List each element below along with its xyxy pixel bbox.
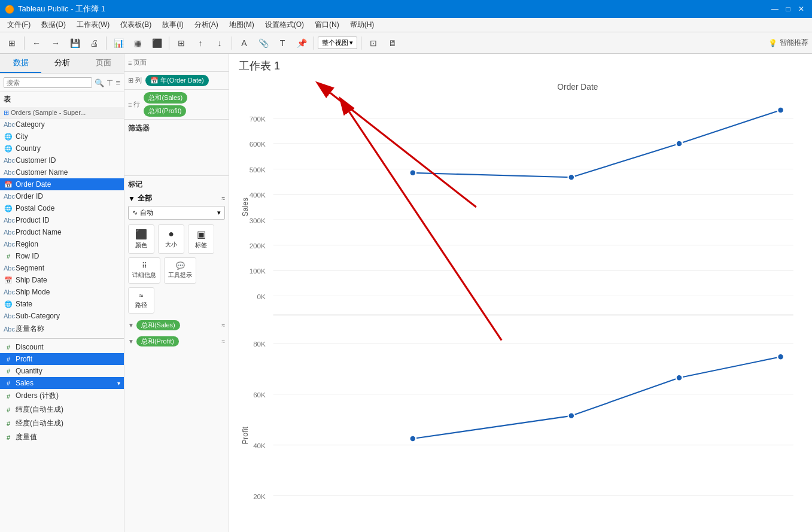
field-city[interactable]: 🌐 City [0,130,124,142]
svg-text:200K: 200K [250,242,266,250]
toolbar-back[interactable]: ← [28,35,45,51]
menu-worksheet[interactable]: 工作表(W) [72,19,114,31]
profit-point-2016 [410,436,416,442]
field-rowid[interactable]: # Row ID [0,250,124,262]
svg-line-18 [571,144,679,177]
marks-btn-tooltip[interactable]: 💬 工具提示 [164,257,196,284]
menu-map[interactable]: 地图(M) [224,19,259,31]
toolbar-forward[interactable]: → [47,35,64,51]
field-shipmode[interactable]: Abc Ship Mode [0,286,124,298]
toolbar-chart[interactable]: 📊 [110,35,127,51]
layout-icon[interactable]: ≡ [115,78,120,87]
smart-recommend[interactable]: 💡 智能推荐 [768,38,808,48]
toolbar-export[interactable]: ⬛ [148,35,165,51]
row-text: 行 [133,100,140,109]
toolbar-print[interactable]: 🖨 [86,35,102,51]
field-segment[interactable]: Abc Segment [0,262,124,274]
menu-analysis[interactable]: 分析(A) [190,19,223,31]
close-button[interactable]: ✕ [795,3,807,15]
view-dropdown[interactable]: 整个视图 ▾ [318,37,357,49]
marks-measure-profit[interactable]: ▼ 总和(Profit) ≈ [128,335,225,348]
toolbar-highlight[interactable]: A [236,35,253,51]
field-type-icon: 🌐 [4,300,13,308]
col-pill-orderdate[interactable]: 📅 年(Order Date) [145,75,209,86]
menu-story[interactable]: 故事(I) [157,19,188,31]
search-input[interactable] [4,77,92,88]
field-orderid[interactable]: Abc Order ID [0,190,124,202]
marks-btn-label[interactable]: ▣ 标签 [188,224,214,254]
tab-page[interactable]: 页面 [83,54,124,73]
field-profit[interactable]: # Profit [0,353,124,365]
field-quantity[interactable]: # Quantity [0,365,124,377]
menu-help[interactable]: 帮助(H) [345,19,379,31]
toolbar-sort-desc[interactable]: ↓ [211,35,228,51]
field-customername[interactable]: Abc Customer Name [0,166,124,178]
field-type-icon: # [4,343,13,351]
svg-text:60K: 60K [253,391,266,399]
field-state[interactable]: 🌐 State [0,298,124,310]
field-measurename[interactable]: Abc 度量名称 [0,322,124,336]
field-latitude[interactable]: # 纬度(自动生成) [0,403,124,417]
field-subcategory[interactable]: Abc Sub-Category [0,310,124,322]
path-label: 路径 [135,301,147,309]
search-icon[interactable]: 🔍 [95,78,104,87]
filter-icon[interactable]: ⊤ [107,78,113,87]
toolbar-fix[interactable]: ⊡ [365,35,382,51]
field-productid[interactable]: Abc Product ID [0,214,124,226]
toolbar-home[interactable]: ⊞ [4,35,20,51]
field-shipdate[interactable]: 📅 Ship Date [0,274,124,286]
field-productname[interactable]: Abc Product Name [0,226,124,238]
svg-text:400K: 400K [250,191,266,199]
tab-analysis[interactable]: 分析 [41,54,83,73]
field-orderdate[interactable]: 📅 Order Date [0,178,124,190]
main-layout: 数据 分析 页面 🔍 ⊤ ≡ 表 ⊞ Orders (Sample - Supe… [0,54,812,532]
minimize-button[interactable]: — [769,3,781,15]
menu-format[interactable]: 设置格式(O) [260,19,309,31]
field-sales[interactable]: # Sales ▾ [0,377,124,389]
field-region[interactable]: Abc Region [0,238,124,250]
menu-dashboard[interactable]: 仪表板(B) [115,19,156,31]
row-pills: 总和(Sales) 总和(Profit) [144,92,225,117]
toolbar-text[interactable]: T [274,35,291,51]
toolbar-annotate[interactable]: 📎 [255,35,272,51]
marks-type-dropdown[interactable]: ∿ 自动 ▾ [128,206,225,220]
marks-btn-detail[interactable]: ⠿ 详细信息 [128,257,160,284]
toolbar-sort-asc[interactable]: ↑ [192,35,209,51]
menu-data[interactable]: 数据(D) [37,19,71,31]
marks-measure-sales[interactable]: ▼ 总和(Sales) ≈ [128,318,225,332]
toolbar-sep-4 [232,37,232,50]
field-customerid[interactable]: Abc Customer ID [0,154,124,166]
field-type-icon: # [4,420,13,427]
marks-btn-color[interactable]: ⬛ 颜色 [128,224,154,254]
field-discount[interactable]: # Discount [0,341,124,353]
toolbar-pin[interactable]: 📌 [293,35,310,51]
maximize-button[interactable]: □ [782,3,794,15]
field-longitude[interactable]: # 经度(自动生成) [0,417,124,430]
field-category[interactable]: Abc Category [0,118,124,130]
menu-window[interactable]: 窗口(N) [310,19,344,31]
toolbar-group[interactable]: ⊞ [173,35,190,51]
marks-btn-size[interactable]: ● 大小 [158,224,184,254]
row-pill-sales[interactable]: 总和(Sales) [144,92,187,104]
toolbar: ⊞ ← → 💾 🖨 📊 ▦ ⬛ ⊞ ↑ ↓ A 📎 T 📌 整个视图 ▾ ⊡ 🖥… [0,32,812,54]
field-name: Customer Name [16,168,120,177]
field-name: Country [16,144,120,153]
toolbar-table[interactable]: ▦ [129,35,146,51]
field-orders-count[interactable]: # Orders (计数) [0,389,124,403]
marks-collapse-icon: ▼ [128,194,135,203]
menu-file[interactable]: 文件(F) [2,19,35,31]
toolbar-save[interactable]: 💾 [66,35,83,51]
field-postalcode[interactable]: 🌐 Postal Code [0,202,124,214]
toolbar-device[interactable]: 🖥 [384,35,401,51]
tab-data[interactable]: 数据 [0,54,41,73]
size-label: 大小 [165,241,177,249]
field-measurevalue[interactable]: # 度量值 [0,430,124,444]
marks-btn-path[interactable]: ≈ 路径 [128,287,154,314]
svg-line-34 [679,357,781,378]
field-name: Quantity [16,367,120,375]
field-country[interactable]: 🌐 Country [0,142,124,154]
profit-pill[interactable]: 总和(Profit) [136,336,179,346]
sales-pill[interactable]: 总和(Sales) [136,320,180,330]
row-pill-profit[interactable]: 总和(Profit) [144,105,186,117]
field-type-icon: Abc [4,157,13,164]
